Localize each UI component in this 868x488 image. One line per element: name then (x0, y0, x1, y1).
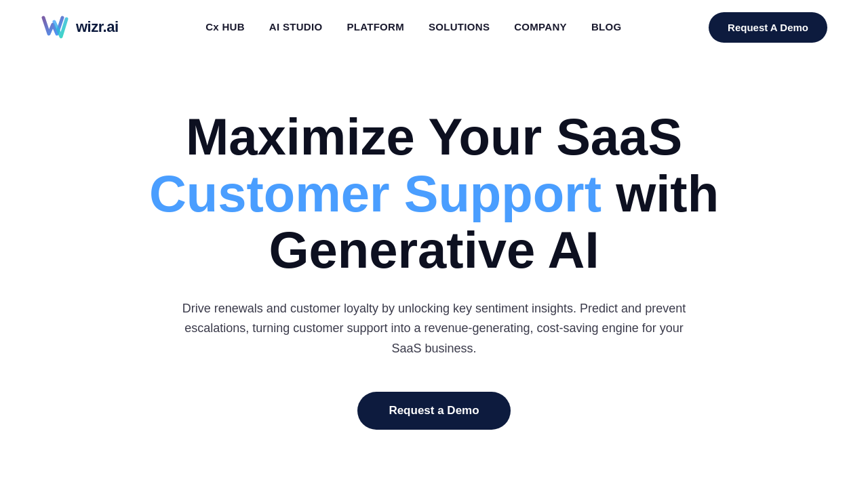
hero-title-line3: with (616, 165, 719, 222)
nav-link-cx-hub[interactable]: Cx HUB (205, 21, 245, 33)
hero-title-line4: Generative AI (269, 221, 599, 279)
nav-link-blog[interactable]: BLOG (591, 21, 622, 33)
hero-title-line1: Maximize Your SaaS (186, 108, 682, 165)
nav-request-demo-button[interactable]: Request A Demo (709, 12, 827, 43)
nav-link-solutions[interactable]: SOLUTIONS (429, 21, 490, 33)
nav-item-cx-hub[interactable]: Cx HUB (205, 21, 245, 33)
nav-link-ai-studio[interactable]: AI STUDIO (269, 21, 323, 33)
nav-link-platform[interactable]: PLATFORM (347, 21, 404, 33)
nav-item-solutions[interactable]: SOLUTIONS (429, 21, 490, 33)
hero-title-highlight: Customer Support (149, 165, 601, 222)
navbar: wizr.ai Cx HUB AI STUDIO PLATFORM SOLUTI… (0, 0, 868, 54)
logo[interactable]: wizr.ai (41, 12, 119, 42)
hero-title: Maximize Your SaaS Customer Support with… (149, 108, 719, 279)
logo-text: wizr.ai (76, 18, 119, 36)
nav-link-company[interactable]: COMPANY (514, 21, 567, 33)
hero-subtitle: Drive renewals and customer loyalty by u… (170, 299, 698, 359)
nav-item-ai-studio[interactable]: AI STUDIO (269, 21, 323, 33)
nav-item-company[interactable]: COMPANY (514, 21, 567, 33)
nav-item-blog[interactable]: BLOG (591, 21, 622, 33)
logo-icon (41, 12, 71, 42)
nav-links: Cx HUB AI STUDIO PLATFORM SOLUTIONS COMP… (205, 21, 621, 33)
hero-section: Maximize Your SaaS Customer Support with… (0, 54, 868, 470)
hero-request-demo-button[interactable]: Request a Demo (357, 392, 510, 430)
nav-item-platform[interactable]: PLATFORM (347, 21, 404, 33)
